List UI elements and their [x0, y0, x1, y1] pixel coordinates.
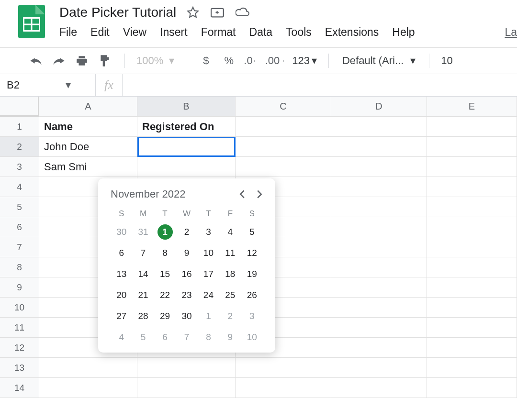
datepicker-day[interactable]: 9	[223, 330, 238, 345]
number-format-select[interactable]: 123 ▾	[292, 55, 317, 67]
column-header-D[interactable]: D	[331, 97, 427, 117]
increase-decimals-button[interactable]: .00→	[265, 53, 286, 69]
datepicker-day[interactable]: 7	[179, 330, 194, 345]
column-header-B[interactable]: B	[137, 97, 236, 117]
menu-format[interactable]: Format	[201, 26, 236, 39]
cell-A3[interactable]: Sam Smi	[39, 157, 137, 177]
decrease-decimals-button[interactable]: .0←	[244, 53, 258, 69]
datepicker-day[interactable]: 13	[114, 266, 129, 282]
cell-D14[interactable]	[331, 378, 427, 398]
menu-edit[interactable]: Edit	[90, 26, 110, 39]
cell-D13[interactable]	[331, 358, 427, 378]
cell-E1[interactable]	[427, 117, 517, 137]
cell-C1[interactable]	[236, 117, 331, 137]
datepicker-day[interactable]: 6	[114, 245, 129, 261]
row-header-5[interactable]: 5	[0, 197, 39, 217]
datepicker-day[interactable]: 21	[135, 287, 151, 303]
menu-file[interactable]: File	[59, 26, 77, 39]
datepicker-day[interactable]: 6	[157, 330, 173, 345]
datepicker-day[interactable]: 31	[135, 224, 151, 240]
datepicker-day[interactable]: 2	[223, 309, 238, 324]
cell-B3[interactable]	[137, 157, 236, 177]
datepicker-day[interactable]: 10	[201, 245, 216, 261]
paint-format-button[interactable]	[97, 53, 113, 69]
doc-title[interactable]: Date Picker Tutorial	[59, 5, 176, 20]
formula-bar-input[interactable]	[123, 74, 517, 96]
cell-A14[interactable]	[39, 378, 137, 398]
cell-E9[interactable]	[427, 277, 517, 298]
datepicker-day[interactable]: 18	[223, 266, 238, 282]
cell-D2[interactable]	[331, 137, 427, 157]
menu-tools[interactable]: Tools	[286, 26, 312, 39]
prev-month-button[interactable]	[239, 189, 246, 199]
cell-E10[interactable]	[427, 298, 517, 318]
cell-E2[interactable]	[427, 137, 517, 157]
datepicker-day[interactable]: 15	[157, 266, 173, 282]
currency-format-button[interactable]: $	[198, 53, 214, 69]
datepicker-day[interactable]: 17	[201, 266, 216, 282]
next-month-button[interactable]	[256, 189, 263, 199]
row-header-10[interactable]: 10	[0, 298, 39, 318]
datepicker-day[interactable]: 14	[135, 266, 151, 282]
sheets-app-icon[interactable]	[18, 5, 45, 38]
cell-E7[interactable]	[427, 237, 517, 257]
cell-A2[interactable]: John Doe	[39, 137, 137, 157]
datepicker-day[interactable]: 24	[201, 287, 216, 303]
datepicker-day[interactable]: 1	[201, 309, 216, 324]
cell-B2[interactable]	[137, 137, 236, 157]
percent-format-button[interactable]: %	[221, 53, 237, 69]
row-header-8[interactable]: 8	[0, 257, 39, 277]
cell-C14[interactable]	[236, 378, 331, 398]
datepicker-day[interactable]: 10	[244, 330, 259, 345]
row-header-14[interactable]: 14	[0, 378, 39, 398]
cell-C2[interactable]	[236, 137, 331, 157]
datepicker-day[interactable]: 27	[114, 309, 129, 324]
row-header-13[interactable]: 13	[0, 358, 39, 378]
date-picker-month-label[interactable]: November 2022	[111, 188, 186, 200]
cell-D11[interactable]	[331, 318, 427, 338]
datepicker-day[interactable]: 9	[179, 245, 194, 261]
menu-insert[interactable]: Insert	[160, 26, 188, 39]
cell-E5[interactable]	[427, 197, 517, 217]
star-icon[interactable]	[187, 6, 199, 19]
cell-B1[interactable]: Registered On	[137, 117, 236, 137]
cell-D5[interactable]	[331, 197, 427, 217]
column-header-E[interactable]: E	[427, 97, 517, 117]
redo-button[interactable]	[51, 53, 67, 69]
row-header-9[interactable]: 9	[0, 277, 39, 298]
cell-E14[interactable]	[427, 378, 517, 398]
cell-D8[interactable]	[331, 257, 427, 277]
datepicker-day[interactable]: 8	[201, 330, 216, 345]
datepicker-day[interactable]: 7	[135, 245, 151, 261]
row-header-12[interactable]: 12	[0, 338, 39, 358]
datepicker-day[interactable]: 3	[244, 309, 259, 324]
cell-E13[interactable]	[427, 358, 517, 378]
datepicker-day[interactable]: 8	[157, 245, 173, 261]
row-header-7[interactable]: 7	[0, 237, 39, 257]
cell-D3[interactable]	[331, 157, 427, 177]
menu-data[interactable]: Data	[249, 26, 273, 39]
datepicker-day[interactable]: 22	[157, 287, 173, 303]
datepicker-day[interactable]: 2	[179, 224, 194, 240]
datepicker-day[interactable]: 3	[201, 224, 216, 240]
menu-last-edit-truncated[interactable]: La	[505, 26, 517, 39]
cell-D1[interactable]	[331, 117, 427, 137]
datepicker-day[interactable]: 30	[114, 224, 129, 240]
font-size-input[interactable]: 10	[441, 55, 452, 67]
cell-D10[interactable]	[331, 298, 427, 318]
datepicker-day[interactable]: 11	[223, 245, 238, 261]
cell-A13[interactable]	[39, 358, 137, 378]
select-all-corner[interactable]	[0, 97, 39, 117]
cell-E8[interactable]	[427, 257, 517, 277]
menu-view[interactable]: View	[123, 26, 146, 39]
row-header-4[interactable]: 4	[0, 177, 39, 197]
cell-D6[interactable]	[331, 217, 427, 237]
cell-C13[interactable]	[236, 358, 331, 378]
cell-C3[interactable]	[236, 157, 331, 177]
row-header-1[interactable]: 1	[0, 117, 39, 137]
cell-E11[interactable]	[427, 318, 517, 338]
datepicker-day[interactable]: 23	[179, 287, 194, 303]
cell-E3[interactable]	[427, 157, 517, 177]
cell-A1[interactable]: Name	[39, 117, 137, 137]
cell-D7[interactable]	[331, 237, 427, 257]
